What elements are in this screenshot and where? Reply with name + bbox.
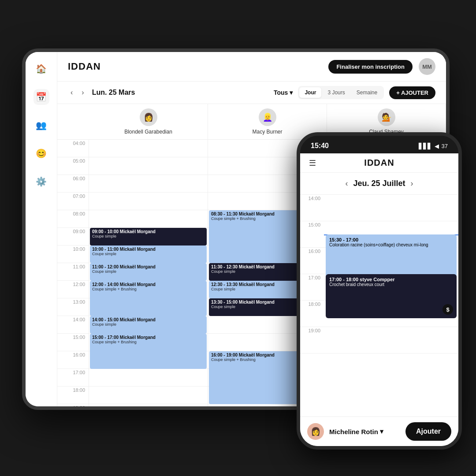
time-05: 05:00	[57, 157, 89, 175]
time-10: 10:00	[57, 245, 89, 263]
tablet-toolbar: ‹ › Lun. 25 Mars Tous ▾ Jour 3 Jours Sem…	[57, 82, 446, 104]
time-17: 17:00	[57, 369, 89, 387]
signal-icon: ▋▋▋	[419, 143, 432, 149]
tablet-header: IDDAN Finaliser mon inscription MM	[57, 52, 446, 82]
time-15: 15:00	[57, 334, 89, 351]
header-right: Finaliser mon inscription MM	[328, 58, 435, 75]
phone-time-1500: 15:00	[300, 221, 324, 248]
phone-appt-service-1: Crochet braid cheveux court	[329, 282, 453, 287]
staff-avatar-blondell: 👩	[140, 108, 157, 126]
time-04: 04:00	[57, 140, 89, 157]
phone-prev-date-button[interactable]: ‹	[345, 179, 348, 188]
time-11: 11:00	[57, 263, 89, 281]
time-19: 19:00	[57, 404, 89, 406]
staff-avatar-claud: 💁	[378, 108, 395, 126]
status-icons: ▋▋▋ ◀ 37	[419, 143, 448, 149]
phone-screen: ☰ IDDAN ‹ Jeu. 25 Juillet › 14:00 15:00 …	[300, 153, 458, 446]
finaliser-button[interactable]: Finaliser mon inscription	[328, 60, 413, 74]
tab-jour[interactable]: Jour	[299, 87, 321, 98]
phone-time-1600: 16:00	[300, 248, 324, 274]
add-appointment-button[interactable]: + AJOUTER	[389, 86, 435, 99]
phone-status-bar: 15:40 ▋▋▋ ◀ 37	[300, 136, 458, 153]
wifi-icon: ◀	[435, 143, 439, 149]
sidebar-item-calendar[interactable]: 📅	[33, 89, 49, 105]
time-08: 08:00	[57, 210, 89, 228]
sidebar-item-settings[interactable]: ⚙️	[33, 174, 49, 190]
phone-appt-service-0: Coloration racine (soins+coiffage) cheve…	[329, 242, 453, 247]
tab-semaine[interactable]: Semaine	[351, 87, 383, 98]
appt-blondell-1200[interactable]: 12:00 - 14:00 Mickaël Morgand Coupe simp…	[90, 281, 207, 316]
time-06: 06:00	[57, 175, 89, 193]
phone-time-1800: 18:00	[300, 301, 324, 327]
phone-events-col: 15:30 - 17:00 Coloration racine (soins+c…	[324, 195, 458, 353]
current-date-label: Lun. 25 Mars	[92, 89, 135, 97]
phone-current-date: Jeu. 25 Juillet	[353, 179, 405, 188]
phone-footer: 👩 Micheline Rotin ▾ Ajouter	[300, 416, 458, 446]
appt-blondell-1100[interactable]: 11:00 - 12:00 Mickaël Morgand Coupe simp…	[90, 263, 207, 281]
phone-device: 15:40 ▋▋▋ ◀ 37 ☰ IDDAN ‹ Jeu. 25 Juillet…	[297, 132, 462, 450]
phone-logo: IDDAN	[364, 158, 394, 168]
staff-name-blondell: Blondell Garabedian	[124, 129, 172, 135]
footer-user-avatar: 👩	[307, 423, 324, 440]
phone-next-date-button[interactable]: ›	[411, 179, 413, 188]
menu-icon[interactable]: ☰	[309, 158, 316, 168]
dollar-icon-1: $	[443, 304, 453, 315]
staff-name-macy: Macy Burner	[252, 129, 282, 135]
date-nav: ‹ ›	[68, 88, 87, 97]
phone-time-1700: 17:00	[300, 274, 324, 301]
time-column: 04:00 05:00 06:00 07:00 08:00 09:00 10:0…	[57, 140, 89, 406]
next-date-button[interactable]: ›	[79, 88, 86, 97]
tablet-sidebar: 🏠 📅 👥 😊 ⚙️	[26, 52, 57, 406]
phone-appt-crochet[interactable]: 17:00 - 18:00 styve Compper Crochet brai…	[326, 274, 457, 318]
time-14: 14:00	[57, 316, 89, 334]
phone-add-button[interactable]: Ajouter	[405, 422, 451, 441]
battery-icon: 37	[442, 143, 448, 149]
staff-col-blondell: 👩 Blondell Garabedian	[89, 104, 208, 139]
footer-user-name: Micheline Rotin ▾	[329, 428, 400, 435]
phone-time-col: 14:00 15:00 16:00 17:00 18:00 19:00	[300, 195, 324, 353]
time-16: 16:00	[57, 351, 89, 369]
time-18: 18:00	[57, 387, 89, 404]
sidebar-item-mood[interactable]: 😊	[33, 145, 49, 161]
phone-time-grid: 14:00 15:00 16:00 17:00 18:00 19:00	[300, 195, 458, 353]
phone-time-1400: 14:00	[300, 195, 324, 221]
tous-filter-button[interactable]: Tous ▾	[274, 89, 293, 96]
staff-avatar-macy: 👱‍♀️	[259, 108, 276, 126]
user-avatar: MM	[419, 58, 435, 75]
appt-blondell-0900[interactable]: 09:00 - 10:00 Mickaël Morgand Coupe simp…	[90, 228, 207, 245]
tablet-logo: IDDAN	[68, 61, 101, 72]
appt-blondell-1400[interactable]: 14:00 - 15:00 Mickaël Morgand Coupe simp…	[90, 316, 207, 334]
sidebar-item-clients[interactable]: 👥	[33, 117, 49, 133]
appt-blondell-1000[interactable]: 10:00 - 11:00 Mickaël Morgand Coupe simp…	[90, 245, 207, 263]
phone-time-1900: 19:00	[300, 327, 324, 353]
phone-date-nav: ‹ Jeu. 25 Juillet ›	[300, 173, 458, 195]
time-09: 09:00	[57, 228, 89, 245]
tab-3jours[interactable]: 3 Jours	[322, 87, 350, 98]
appt-blondell-1500[interactable]: 15:00 - 17:00 Mickaël Morgand Coupe simp…	[90, 334, 207, 369]
phone-calendar[interactable]: 14:00 15:00 16:00 17:00 18:00 19:00	[300, 195, 458, 416]
view-tabs-group: Jour 3 Jours Semaine	[298, 86, 384, 99]
status-time: 15:40	[311, 142, 329, 150]
time-07: 07:00	[57, 193, 89, 210]
phone-appt-time-1: 17:00 - 18:00 styve Compper	[329, 277, 453, 282]
phone-header: ☰ IDDAN	[300, 153, 458, 173]
phone-appt-time-0: 15:30 - 17:00	[329, 237, 453, 242]
time-13: 13:00	[57, 298, 89, 316]
time-12: 12:00	[57, 281, 89, 298]
staff-col-events-blondell: 09:00 - 10:00 Mickaël Morgand Coupe simp…	[89, 140, 208, 406]
prev-date-button[interactable]: ‹	[68, 88, 75, 97]
sidebar-item-home[interactable]: 🏠	[33, 61, 49, 77]
